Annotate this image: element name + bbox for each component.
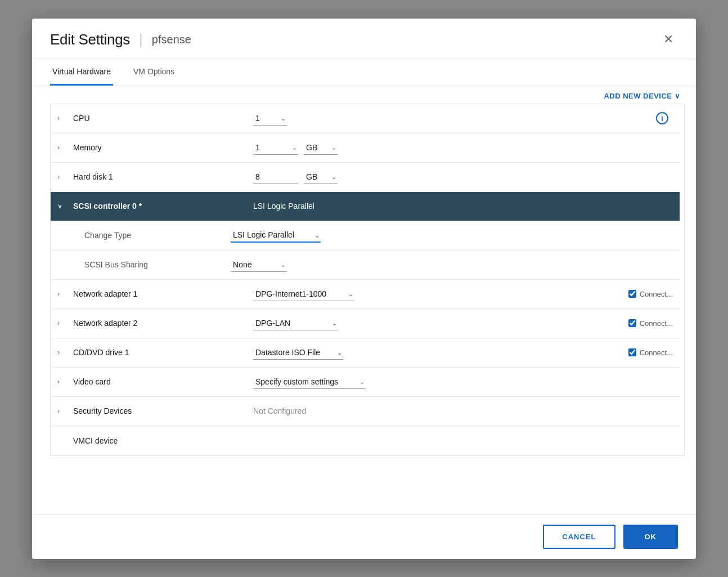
close-button[interactable]: ✕ bbox=[659, 31, 678, 48]
memory-expand-icon[interactable]: › bbox=[57, 144, 69, 151]
cd-dvd-select[interactable]: Datastore ISO File Client Device Host De… bbox=[253, 346, 343, 360]
hard-disk-1-row: › Hard disk 1 GB TB MB ⌄ bbox=[51, 163, 680, 192]
network-adapter-2-label: Network adapter 2 bbox=[73, 319, 253, 328]
title-separator: | bbox=[139, 31, 143, 48]
scsi-bus-sharing-select[interactable]: None Virtual Physical bbox=[231, 258, 287, 272]
hard-disk-unit-select[interactable]: GB TB MB bbox=[304, 170, 338, 184]
network-adapter-2-row: › Network adapter 2 DPG-LAN DPG-Internet… bbox=[51, 309, 680, 338]
network-adapter-1-connect-checkbox[interactable] bbox=[628, 290, 636, 298]
network-adapter-2-connect-label: Connect... bbox=[640, 319, 673, 328]
vmci-device-label: VMCI device bbox=[73, 436, 253, 445]
memory-label: Memory bbox=[73, 143, 253, 152]
cd-dvd-connect-area: Connect... bbox=[628, 348, 673, 357]
network-adapter-2-select-wrapper: DPG-LAN DPG-Internet1-1000 ⌄ bbox=[253, 316, 338, 330]
network-adapter-1-label: Network adapter 1 bbox=[73, 289, 253, 298]
scsi-controller-row: ∨ SCSI controller 0 * LSI Logic Parallel bbox=[51, 192, 680, 221]
network-adapter-2-value-area: DPG-LAN DPG-Internet1-1000 ⌄ bbox=[253, 316, 628, 330]
hard-disk-expand-icon[interactable]: › bbox=[57, 173, 69, 181]
change-type-select-wrapper: LSI Logic Parallel LSI Logic SAS VMware … bbox=[231, 228, 321, 243]
tab-vm-options[interactable]: VM Options bbox=[131, 59, 177, 86]
security-devices-row: › Security Devices Not Configured bbox=[51, 397, 680, 426]
hardware-rows: › CPU 1 2 4 8 ⌄ i › bbox=[50, 104, 685, 456]
dialog-title: Edit Settings bbox=[50, 31, 130, 48]
cd-dvd-drive-1-row: › CD/DVD drive 1 Datastore ISO File Clie… bbox=[51, 338, 680, 368]
cpu-select-wrapper: 1 2 4 8 ⌄ bbox=[253, 111, 287, 126]
memory-unit-select[interactable]: GB MB bbox=[304, 141, 338, 155]
cd-dvd-label: CD/DVD drive 1 bbox=[73, 348, 253, 357]
memory-value-area: 1 2 4 ⌄ GB MB ⌄ bbox=[253, 141, 673, 155]
title-area: Edit Settings | pfsense bbox=[50, 31, 191, 48]
network-adapter-1-value-area: DPG-Internet1-1000 DPG-LAN ⌄ bbox=[253, 287, 628, 301]
hard-disk-label: Hard disk 1 bbox=[73, 172, 253, 181]
edit-settings-dialog: Edit Settings | pfsense ✕ Virtual Hardwa… bbox=[32, 19, 696, 559]
security-devices-value-area: Not Configured bbox=[253, 406, 673, 415]
add-device-label: ADD NEW DEVICE bbox=[604, 92, 672, 100]
memory-amount-wrapper: 1 2 4 ⌄ bbox=[253, 141, 298, 155]
network-adapter-2-expand-icon[interactable]: › bbox=[57, 319, 69, 327]
cpu-select[interactable]: 1 2 4 8 bbox=[253, 111, 287, 126]
video-card-expand-icon[interactable]: › bbox=[57, 378, 69, 386]
cd-dvd-connect-checkbox[interactable] bbox=[628, 348, 636, 356]
add-new-device-button[interactable]: ADD NEW DEVICE ∨ bbox=[604, 92, 680, 100]
cd-dvd-select-wrapper: Datastore ISO File Client Device Host De… bbox=[253, 346, 343, 360]
scsi-value: LSI Logic Parallel bbox=[253, 202, 314, 211]
memory-row: › Memory 1 2 4 ⌄ GB MB bbox=[51, 133, 680, 163]
cd-dvd-expand-icon[interactable]: › bbox=[57, 348, 69, 356]
toolbar: ADD NEW DEVICE ∨ bbox=[32, 86, 696, 104]
cpu-row: › CPU 1 2 4 8 ⌄ i bbox=[51, 104, 680, 133]
cpu-value-area: 1 2 4 8 ⌄ bbox=[253, 111, 656, 126]
cd-dvd-value-area: Datastore ISO File Client Device Host De… bbox=[253, 346, 628, 360]
tab-virtual-hardware[interactable]: Virtual Hardware bbox=[50, 59, 113, 86]
vm-name: pfsense bbox=[152, 33, 191, 46]
security-devices-value: Not Configured bbox=[253, 406, 306, 415]
cd-dvd-connect-label: Connect... bbox=[640, 348, 673, 357]
video-card-select-wrapper: Specify custom settings Auto-detect sett… bbox=[253, 375, 366, 389]
network-adapter-2-select[interactable]: DPG-LAN DPG-Internet1-1000 bbox=[253, 316, 338, 330]
scsi-bus-sharing-select-wrapper: None Virtual Physical ⌄ bbox=[231, 258, 287, 272]
scsi-bus-sharing-value-area: None Virtual Physical ⌄ bbox=[231, 258, 673, 272]
network-adapter-1-row: › Network adapter 1 DPG-Internet1-1000 D… bbox=[51, 280, 680, 309]
dialog-footer: CANCEL OK bbox=[32, 514, 696, 559]
network-adapter-1-connect-area: Connect... bbox=[628, 290, 673, 298]
change-type-select[interactable]: LSI Logic Parallel LSI Logic SAS VMware … bbox=[231, 228, 321, 243]
scsi-bus-sharing-row: SCSI Bus Sharing None Virtual Physical ⌄ bbox=[51, 251, 680, 280]
video-card-value-area: Specify custom settings Auto-detect sett… bbox=[253, 375, 673, 389]
scsi-value-area: LSI Logic Parallel bbox=[253, 202, 673, 211]
video-card-select[interactable]: Specify custom settings Auto-detect sett… bbox=[253, 375, 366, 389]
change-type-label: Change Type bbox=[84, 231, 231, 240]
cancel-button[interactable]: CANCEL bbox=[543, 525, 615, 549]
change-type-row: Change Type LSI Logic Parallel LSI Logic… bbox=[51, 221, 680, 251]
network-adapter-2-connect-checkbox[interactable] bbox=[628, 319, 636, 327]
cpu-label: CPU bbox=[73, 114, 253, 123]
hard-disk-size-input[interactable] bbox=[253, 170, 298, 184]
scsi-bus-sharing-label: SCSI Bus Sharing bbox=[84, 260, 231, 269]
network-adapter-1-expand-icon[interactable]: › bbox=[57, 290, 69, 298]
network-adapter-1-select-wrapper: DPG-Internet1-1000 DPG-LAN ⌄ bbox=[253, 287, 354, 301]
network-adapter-1-connect-label: Connect... bbox=[640, 290, 673, 298]
dialog-header: Edit Settings | pfsense ✕ bbox=[32, 19, 696, 59]
change-type-value-area: LSI Logic Parallel LSI Logic SAS VMware … bbox=[231, 228, 673, 243]
vmci-device-row: VMCI device bbox=[51, 426, 680, 455]
scsi-expand-icon[interactable]: ∨ bbox=[57, 202, 69, 210]
memory-amount-select[interactable]: 1 2 4 bbox=[253, 141, 298, 155]
ok-button[interactable]: OK bbox=[623, 525, 678, 549]
tabs: Virtual Hardware VM Options bbox=[32, 59, 696, 86]
security-devices-expand-icon[interactable]: › bbox=[57, 407, 69, 415]
page-content: › CPU 1 2 4 8 ⌄ i › bbox=[32, 104, 696, 514]
network-adapter-1-select[interactable]: DPG-Internet1-1000 DPG-LAN bbox=[253, 287, 354, 301]
video-card-label: Video card bbox=[73, 377, 253, 386]
video-card-row: › Video card Specify custom settings Aut… bbox=[51, 368, 680, 397]
memory-unit-wrapper: GB MB ⌄ bbox=[304, 141, 338, 155]
network-adapter-2-connect-area: Connect... bbox=[628, 319, 673, 328]
scsi-label: SCSI controller 0 * bbox=[73, 202, 253, 211]
security-devices-label: Security Devices bbox=[73, 406, 253, 415]
cpu-expand-icon[interactable]: › bbox=[57, 114, 69, 122]
cpu-info-icon[interactable]: i bbox=[656, 112, 668, 124]
add-device-chevron-icon: ∨ bbox=[675, 92, 681, 100]
hard-disk-value-area: GB TB MB ⌄ bbox=[253, 170, 673, 184]
hard-disk-unit-wrapper: GB TB MB ⌄ bbox=[304, 170, 338, 184]
